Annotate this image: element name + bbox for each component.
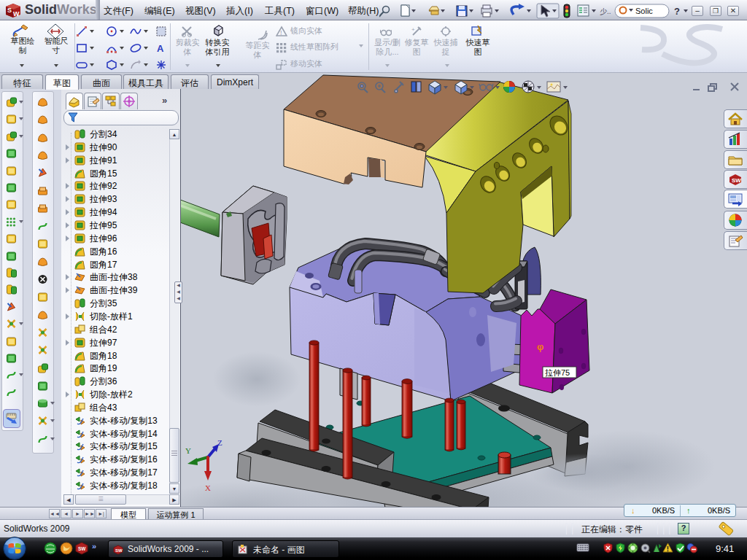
- svg-text:少..: 少..: [600, 7, 611, 15]
- svg-text:拉伸75: 拉伸75: [545, 368, 570, 377]
- svg-text:Solic: Solic: [635, 7, 653, 15]
- svg-text:SW: SW: [78, 546, 86, 551]
- svg-text:S: S: [7, 7, 12, 14]
- svg-text:A: A: [157, 43, 164, 54]
- svg-text:+: +: [411, 26, 415, 33]
- svg-text:Z: Z: [217, 438, 222, 447]
- svg-text:?: ?: [674, 6, 680, 17]
- svg-text:φ: φ: [537, 341, 543, 352]
- svg-text:SW: SW: [732, 177, 741, 184]
- svg-text:»: »: [92, 542, 96, 551]
- svg-text:Y: Y: [185, 446, 191, 455]
- svg-text:SW: SW: [115, 548, 123, 553]
- svg-text:!: !: [280, 29, 282, 36]
- svg-text:X: X: [205, 483, 211, 492]
- svg-text:W: W: [13, 10, 20, 18]
